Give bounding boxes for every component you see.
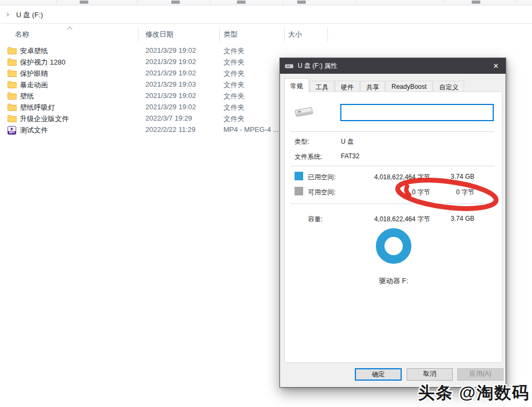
toolbar-icon-remnant bbox=[237, 1, 246, 4]
filesystem-value: FAT32 bbox=[341, 152, 359, 160]
apply-button[interactable]: 应用(A) bbox=[457, 368, 503, 381]
general-tab-page: 类型: U 盘 文件系统: FAT32 已用空间: 4,018,622,464 … bbox=[284, 92, 502, 363]
drive-label: 驱动器 F: bbox=[340, 276, 447, 286]
type-label: 类型: bbox=[295, 137, 309, 146]
dialog-title-bar[interactable]: U 盘 (F:) 属性 ✕ bbox=[280, 58, 506, 74]
folder-icon bbox=[8, 115, 17, 123]
ribbon-separator bbox=[283, 0, 283, 5]
tab-常规[interactable]: 常规 bbox=[284, 78, 309, 92]
file-row[interactable]: 安卓壁纸2021/3/29 19:02文件夹 bbox=[0, 45, 339, 57]
column-header-row: 名称 修改日期 类型 大小 bbox=[0, 27, 532, 41]
file-type: 文件夹 bbox=[223, 103, 244, 113]
divider bbox=[290, 166, 495, 166]
chevron-right-icon[interactable]: › bbox=[6, 9, 9, 18]
column-header-name[interactable]: 名称 bbox=[15, 30, 29, 39]
free-space-label: 可用空间: bbox=[308, 188, 335, 197]
column-separator[interactable] bbox=[219, 27, 220, 41]
mp4-icon: MP4 bbox=[8, 126, 17, 135]
capacity-size: 3.74 GB bbox=[436, 215, 474, 222]
ribbon-separator bbox=[137, 0, 138, 5]
divider bbox=[290, 204, 495, 204]
used-space-bytes: 4,018,622,464 字节 bbox=[348, 173, 430, 182]
column-separator[interactable] bbox=[284, 27, 285, 41]
free-space-size: 0 字节 bbox=[436, 188, 474, 197]
cancel-button[interactable]: 取消 bbox=[407, 368, 453, 381]
file-name[interactable]: 保护视力 1280 bbox=[20, 58, 66, 67]
usb-drive-icon bbox=[285, 64, 294, 69]
file-date: 2021/3/29 19:03 bbox=[145, 80, 196, 88]
used-space-swatch bbox=[295, 172, 303, 180]
column-separator[interactable] bbox=[138, 27, 138, 41]
file-date: 2021/3/29 19:02 bbox=[145, 92, 196, 100]
file-type: 文件夹 bbox=[223, 80, 244, 90]
close-icon[interactable]: ✕ bbox=[488, 62, 504, 70]
volume-label-input[interactable] bbox=[340, 104, 494, 121]
usage-donut-chart bbox=[375, 227, 412, 265]
ok-button[interactable]: 确定 bbox=[355, 368, 402, 381]
file-name[interactable]: 测试文件 bbox=[20, 125, 48, 135]
file-type: 文件夹 bbox=[223, 92, 244, 101]
filesystem-label: 文件系统: bbox=[295, 152, 322, 162]
used-space-row: 已用空间: 4,018,622,464 字节 3.74 GB bbox=[285, 172, 502, 183]
toolbar-icon-remnant bbox=[472, 1, 480, 4]
tab-工具[interactable]: 工具 bbox=[310, 81, 334, 92]
toolbar-icon-remnant bbox=[80, 1, 88, 4]
properties-dialog: U 盘 (F:) 属性 ✕ 常规工具硬件共享ReadyBoost自定义 类型: … bbox=[279, 58, 506, 388]
column-separator[interactable] bbox=[327, 27, 328, 41]
file-date: 2022/3/7 19:29 bbox=[145, 114, 192, 122]
ribbon-separator bbox=[210, 0, 211, 5]
free-space-row: 可用空间: 0 字节 0 字节 bbox=[285, 187, 502, 198]
file-date: 2021/3/29 19:02 bbox=[145, 46, 196, 54]
file-name[interactable]: 壁纸 bbox=[20, 92, 34, 101]
used-space-size: 3.74 GB bbox=[436, 173, 474, 180]
sort-ascending-icon bbox=[67, 27, 73, 32]
free-space-swatch bbox=[295, 187, 303, 195]
file-name[interactable]: 保护眼睛 bbox=[20, 69, 48, 79]
file-name[interactable]: 升级企业版文件 bbox=[20, 114, 69, 124]
folder-icon bbox=[8, 69, 17, 78]
ribbon-separator bbox=[355, 0, 356, 5]
file-type: MP4 - MPEG-4 ... bbox=[223, 125, 279, 134]
folder-icon bbox=[8, 58, 17, 67]
file-type: 文件夹 bbox=[223, 69, 244, 79]
file-type: 文件夹 bbox=[223, 46, 244, 56]
breadcrumb: › U 盘 (F:) bbox=[0, 7, 532, 24]
breadcrumb-location[interactable]: U 盘 (F:) bbox=[16, 7, 43, 23]
toolbar-icon-remnant bbox=[171, 1, 180, 4]
tab-硬件[interactable]: 硬件 bbox=[335, 81, 360, 92]
ribbon-separator bbox=[515, 0, 516, 5]
folder-icon bbox=[8, 47, 17, 55]
ribbon-separator bbox=[57, 0, 57, 5]
toolbar-icon-remnant bbox=[297, 1, 306, 4]
free-space-bytes: 0 字节 bbox=[348, 188, 430, 197]
file-date: 2021/3/29 19:02 bbox=[145, 69, 196, 77]
column-header-type[interactable]: 类型 bbox=[223, 30, 237, 39]
tab-共享[interactable]: 共享 bbox=[360, 81, 385, 92]
tab-自定义[interactable]: 自定义 bbox=[433, 81, 464, 92]
capacity-bytes: 4,018,622,464 字节 bbox=[348, 215, 430, 224]
type-value: U 盘 bbox=[341, 137, 354, 146]
ribbon-remnant bbox=[0, 0, 532, 5]
column-header-size[interactable]: 大小 bbox=[288, 30, 302, 39]
tab-strip: 常规工具硬件共享ReadyBoost自定义 bbox=[284, 79, 501, 92]
folder-icon bbox=[8, 92, 17, 101]
used-space-label: 已用空间: bbox=[308, 173, 335, 182]
file-type: 文件夹 bbox=[223, 58, 244, 67]
folder-icon bbox=[8, 81, 17, 89]
ribbon-separator bbox=[444, 0, 445, 5]
file-name[interactable]: 暴走动画 bbox=[20, 80, 48, 90]
column-header-date[interactable]: 修改日期 bbox=[145, 30, 173, 39]
divider bbox=[290, 131, 495, 132]
watermark: 头条 @淘数码 bbox=[418, 382, 530, 404]
file-name[interactable]: 壁纸呼吸灯 bbox=[20, 103, 55, 113]
capacity-row: 容量: 4,018,622,464 字节 3.74 GB bbox=[285, 214, 502, 224]
svg-text:MP4: MP4 bbox=[9, 131, 15, 134]
capacity-label: 容量: bbox=[308, 215, 323, 224]
file-date: 2021/3/29 19:02 bbox=[145, 58, 196, 66]
file-date: 2021/3/29 19:02 bbox=[145, 103, 196, 111]
file-type: 文件夹 bbox=[223, 114, 244, 124]
usb-drive-icon bbox=[293, 104, 315, 120]
dialog-title: U 盘 (F:) 属性 bbox=[298, 61, 488, 71]
tab-ReadyBoost[interactable]: ReadyBoost bbox=[386, 81, 432, 92]
file-name[interactable]: 安卓壁纸 bbox=[20, 46, 48, 56]
